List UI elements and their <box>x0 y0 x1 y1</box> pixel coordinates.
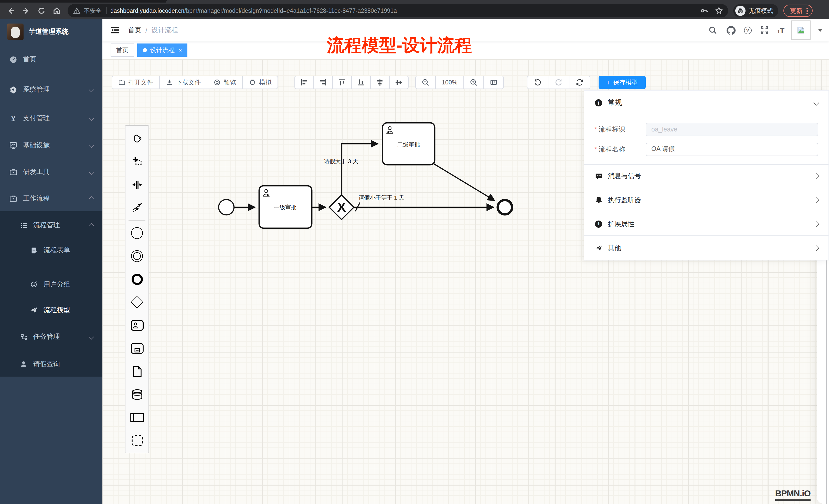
panel-section-label: 其他 <box>608 243 621 253</box>
sidebar-item-user-group[interactable]: 用户分组 <box>0 274 102 295</box>
flow-label-le1day[interactable]: 请假小于等于 1 天 <box>359 194 404 201</box>
flow-task2-to-end[interactable] <box>434 164 495 201</box>
create-group[interactable] <box>125 429 148 452</box>
bpmn-canvas[interactable]: 打开文件 下载文件 预览 模拟 <box>102 60 829 504</box>
create-participant-pool[interactable] <box>125 406 148 429</box>
back-button[interactable] <box>4 4 17 17</box>
user-task-level1[interactable]: 一级审批 <box>259 186 312 228</box>
lasso-tool[interactable] <box>125 150 148 173</box>
sidebar-item-label: 流程表单 <box>43 245 70 255</box>
create-gateway[interactable] <box>125 290 148 314</box>
panel-section-label: 执行监听器 <box>608 195 641 205</box>
user-task-level2[interactable]: 二级审批 <box>383 123 435 165</box>
align-bottom-button[interactable] <box>351 76 371 89</box>
sidebar-item-devtools[interactable]: 研发工具 <box>0 162 102 182</box>
form-edit-icon <box>30 246 38 254</box>
align-center-horizontal-button[interactable] <box>370 76 390 89</box>
app-logo[interactable]: 芋道管理系统 <box>0 19 102 44</box>
chevron-right-icon <box>814 245 819 251</box>
create-start-event[interactable] <box>125 222 148 244</box>
process-name-input[interactable] <box>646 143 818 156</box>
create-subprocess[interactable] <box>125 337 148 360</box>
flow-label-gt3days[interactable]: 请假大于 3 天 <box>324 158 358 164</box>
browser-menu-icon[interactable] <box>806 7 808 14</box>
zoom-in-button[interactable] <box>463 76 484 89</box>
avatar[interactable] <box>791 21 810 40</box>
zoom-level: 100% <box>435 76 464 89</box>
redo-button[interactable] <box>548 76 569 89</box>
breadcrumb-home[interactable]: 首页 <box>128 26 141 35</box>
align-right-button[interactable] <box>313 76 333 89</box>
align-top-button[interactable] <box>332 76 352 89</box>
github-icon[interactable] <box>725 25 736 36</box>
sidebar-item-workflow[interactable]: 工作流程 <box>0 188 102 209</box>
create-data-store[interactable] <box>125 383 148 406</box>
sidebar-item-system[interactable]: 系统管理 <box>0 79 102 100</box>
undo-button[interactable] <box>527 76 548 89</box>
panel-section-general[interactable]: i 常规 <box>584 90 828 116</box>
tab-home[interactable]: 首页 <box>111 43 134 57</box>
create-end-event[interactable] <box>125 268 148 290</box>
simulate-button[interactable]: 模拟 <box>242 76 278 89</box>
flow-gateway-to-task2[interactable] <box>341 144 378 195</box>
sidebar-collapse-icon[interactable] <box>110 25 121 36</box>
address-bar[interactable]: 不安全 dashboard.yudao.iocoder.cn/bpm/manag… <box>68 4 728 17</box>
restart-button[interactable] <box>569 76 590 89</box>
start-event[interactable] <box>219 200 234 215</box>
bookmark-star-icon[interactable] <box>715 7 723 15</box>
align-left-button[interactable] <box>294 76 314 89</box>
panel-section-extended-attrs[interactable]: + 扩展属性 <box>584 212 828 236</box>
sidebar-item-infra[interactable]: 基础设施 <box>0 135 102 156</box>
panel-section-execution-listener[interactable]: 执行监听器 <box>584 188 828 212</box>
sidebar-item-label: 流程模型 <box>43 306 70 315</box>
fullscreen-icon[interactable] <box>759 25 770 36</box>
tab-design-process[interactable]: 设计流程 × <box>137 43 188 57</box>
sidebar-item-process-form[interactable]: 流程表单 <box>0 240 102 261</box>
tree-list-icon <box>20 221 28 229</box>
sidebar-item-process-model[interactable]: 流程模型 <box>0 300 102 320</box>
zoom-reset-button[interactable] <box>483 76 504 89</box>
zoom-out-button[interactable] <box>415 76 436 89</box>
download-file-button[interactable]: 下载文件 <box>159 76 207 89</box>
panel-section-message-signal[interactable]: 消息与信号 <box>584 164 828 188</box>
open-file-button[interactable]: 打开文件 <box>112 76 160 89</box>
global-connect-tool[interactable] <box>125 196 148 219</box>
exclusive-gateway[interactable]: X <box>329 195 354 220</box>
reload-button[interactable] <box>35 4 48 17</box>
create-user-task[interactable] <box>125 314 148 337</box>
sidebar-item-payment[interactable]: ¥ 支付管理 <box>0 108 102 128</box>
sidebar-item-home[interactable]: 首页 <box>0 49 102 70</box>
preview-button[interactable]: 预览 <box>207 76 243 89</box>
sidebar-item-leave-query[interactable]: 请假查询 <box>0 354 102 375</box>
not-secure-label[interactable]: 不安全 <box>84 7 102 14</box>
end-event[interactable] <box>498 200 512 215</box>
create-data-object[interactable] <box>125 360 148 383</box>
flow-branch-icon <box>20 333 28 341</box>
panel-section-label: 消息与信号 <box>608 172 641 181</box>
process-key-input[interactable] <box>646 122 818 136</box>
sidebar-item-task-mgmt[interactable]: 任务管理 <box>0 326 102 347</box>
avatar-dropdown-caret[interactable] <box>818 29 823 32</box>
search-icon[interactable] <box>707 25 718 36</box>
save-model-button[interactable]: + 保存模型 <box>599 76 645 89</box>
breadcrumb: 首页 / 设计流程 <box>128 26 178 35</box>
help-icon[interactable]: ? <box>744 26 751 34</box>
sidebar-item-label: 用户分组 <box>43 280 70 289</box>
align-center-vertical-button[interactable] <box>389 76 408 89</box>
sidebar-item-process-mgmt[interactable]: 流程管理 <box>0 215 102 235</box>
sidebar-item-label: 研发工具 <box>23 167 50 177</box>
hand-tool[interactable] <box>125 127 148 150</box>
process-key-row: *流程标识 <box>594 122 818 136</box>
tab-close-icon[interactable]: × <box>179 47 182 53</box>
forward-button[interactable] <box>20 4 33 17</box>
space-tool[interactable] <box>125 173 148 196</box>
password-key-icon[interactable] <box>700 7 709 15</box>
font-size-icon[interactable]: TT <box>777 26 784 35</box>
panel-section-other[interactable]: 其他 <box>584 236 828 260</box>
browser-update-button[interactable]: 更新 <box>784 5 813 17</box>
create-intermediate-event[interactable] <box>125 244 148 268</box>
top-navbar: 首页 / 设计流程 ? TT <box>102 19 829 41</box>
home-button[interactable] <box>50 4 64 17</box>
bpmn-io-logo[interactable]: BPMN.iO <box>775 489 810 501</box>
gateway-x-mark: X <box>337 200 346 215</box>
